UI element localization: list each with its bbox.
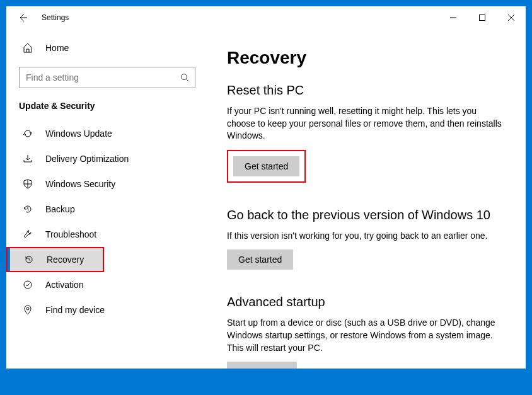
check-circle-icon xyxy=(21,280,34,290)
settings-window: Settings Home xyxy=(6,6,526,369)
sidebar-item-label: Activation xyxy=(45,280,84,290)
section-advanced-startup: Advanced startup Start up from a device … xyxy=(227,295,507,369)
arrow-left-icon xyxy=(18,13,28,23)
section-heading: Advanced startup xyxy=(227,295,507,309)
recovery-icon xyxy=(23,255,35,265)
restart-now-button[interactable]: Restart now xyxy=(227,362,297,369)
sidebar-item-label: Find my device xyxy=(45,305,105,315)
sidebar-item-windows-security[interactable]: Windows Security xyxy=(6,171,208,197)
section-body: Start up from a device or disc (such as … xyxy=(227,317,507,354)
sidebar-item-find-my-device[interactable]: Find my device xyxy=(6,297,208,323)
sidebar-item-home[interactable]: Home xyxy=(6,35,208,60)
main-content: Recovery Reset this PC If your PC isn't … xyxy=(208,29,526,369)
shield-icon xyxy=(21,179,34,189)
sidebar-item-backup[interactable]: Backup xyxy=(6,197,208,222)
minimize-icon xyxy=(450,14,456,21)
home-icon xyxy=(21,43,34,53)
sidebar-item-troubleshoot[interactable]: Troubleshoot xyxy=(6,222,208,247)
sync-icon xyxy=(21,129,34,139)
svg-point-9 xyxy=(26,307,29,310)
svg-point-8 xyxy=(24,281,32,289)
download-icon xyxy=(21,154,34,164)
section-heading: Reset this PC xyxy=(227,83,507,98)
svg-rect-2 xyxy=(480,15,485,21)
sidebar-item-delivery-optimization[interactable]: Delivery Optimization xyxy=(6,146,208,171)
search-wrap xyxy=(19,67,195,88)
get-started-goback-button[interactable]: Get started xyxy=(227,249,293,270)
search-input[interactable] xyxy=(19,67,195,88)
sidebar-item-windows-update[interactable]: Windows Update xyxy=(6,121,208,146)
window-title: Settings xyxy=(42,13,69,22)
sidebar-item-label: Recovery xyxy=(47,255,84,265)
sidebar-item-label: Windows Security xyxy=(45,179,115,189)
section-body: If your PC isn't running well, resetting… xyxy=(227,105,507,142)
section-heading: Go back to the previous version of Windo… xyxy=(227,208,507,222)
maximize-icon xyxy=(479,14,485,21)
window-body: Home Update & Security Windows Update xyxy=(6,29,526,369)
minimize-button[interactable] xyxy=(439,6,468,29)
close-icon xyxy=(508,14,514,21)
sidebar-item-activation[interactable]: Activation xyxy=(6,272,208,297)
back-button[interactable] xyxy=(18,13,32,23)
maximize-button[interactable] xyxy=(468,6,497,29)
section-body: If this version isn't working for you, t… xyxy=(227,230,507,243)
backup-icon xyxy=(21,204,34,214)
sidebar: Home Update & Security Windows Update xyxy=(6,29,208,369)
get-started-reset-button[interactable]: Get started xyxy=(233,156,299,176)
highlight-box: Get started xyxy=(227,150,306,183)
sidebar-home-label: Home xyxy=(45,43,69,53)
sidebar-item-recovery[interactable]: Recovery xyxy=(6,247,104,272)
section-reset-pc: Reset this PC If your PC isn't running w… xyxy=(227,83,507,183)
window-controls xyxy=(439,6,526,29)
titlebar: Settings xyxy=(6,6,526,29)
wrench-icon xyxy=(21,229,34,239)
sidebar-section-header: Update & Security xyxy=(6,98,208,121)
close-button[interactable] xyxy=(497,6,526,29)
sidebar-item-label: Backup xyxy=(45,204,75,214)
location-icon xyxy=(21,305,34,315)
section-go-back: Go back to the previous version of Windo… xyxy=(227,208,507,270)
sidebar-item-label: Troubleshoot xyxy=(45,229,96,239)
sidebar-item-label: Delivery Optimization xyxy=(45,154,129,164)
sidebar-item-label: Windows Update xyxy=(45,129,112,139)
page-title: Recovery xyxy=(227,48,507,68)
